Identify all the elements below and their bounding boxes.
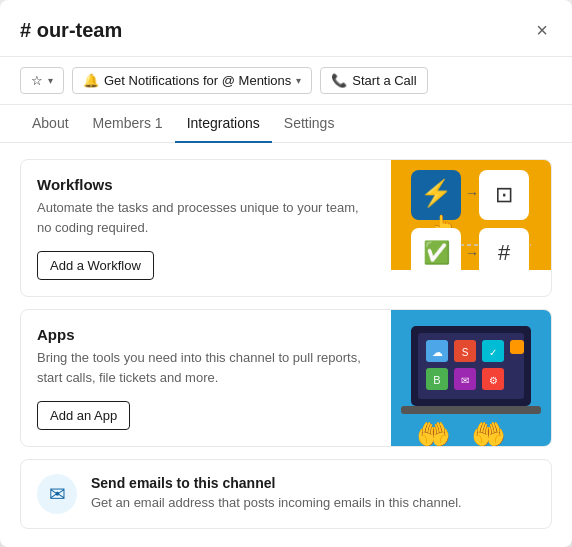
workflows-description: Automate the tasks and processes unique … [37,198,375,237]
svg-text:✓: ✓ [489,347,497,358]
apps-illustration: ☁ S ✓ B ✉ ⚙ 🤲 🤲 [391,310,551,446]
email-description: Get an email address that posts incoming… [91,494,462,512]
svg-text:B: B [433,374,440,386]
start-call-label: Start a Call [352,73,416,88]
email-text: Send emails to this channel Get an email… [91,475,462,512]
email-title: Send emails to this channel [91,475,462,491]
modal-header: # our-team × [0,0,572,57]
workflows-svg: ⚡ → ⊡ 👆 ✅ → # [401,160,541,270]
svg-text:🤲: 🤲 [416,418,451,446]
tab-members[interactable]: Members 1 [81,105,175,143]
close-button[interactable]: × [532,16,552,44]
phone-icon: 📞 [331,73,347,88]
notifications-label: Get Notifications for @ Mentions [104,73,291,88]
svg-text:✅: ✅ [423,239,451,266]
svg-text:⚙: ⚙ [489,375,498,386]
start-call-button[interactable]: 📞 Start a Call [320,67,427,94]
email-icon: ✉ [49,482,66,506]
notifications-chevron: ▾ [296,75,301,86]
email-icon-wrapper: ✉ [37,474,77,514]
apps-description: Bring the tools you need into this chann… [37,348,375,387]
star-icon: ☆ [31,73,43,88]
add-app-button[interactable]: Add an App [37,401,130,430]
svg-text:⊡: ⊡ [495,182,513,207]
apps-card-body: Apps Bring the tools you need into this … [21,310,391,446]
apps-svg: ☁ S ✓ B ✉ ⚙ 🤲 🤲 [396,316,546,446]
svg-rect-27 [401,406,541,414]
workflows-card-body: Workflows Automate the tasks and process… [21,160,391,296]
tab-integrations[interactable]: Integrations [175,105,272,143]
svg-text:☁: ☁ [432,346,443,358]
add-workflow-button[interactable]: Add a Workflow [37,251,154,280]
workflows-title: Workflows [37,176,375,193]
workflows-illustration: ⚡ → ⊡ 👆 ✅ → # [391,160,551,270]
modal-container: # our-team × ☆ ▾ 🔔 Get Notifications for… [0,0,572,547]
email-card: ✉ Send emails to this channel Get an ema… [20,459,552,529]
svg-rect-17 [510,340,524,354]
svg-text:⚡: ⚡ [420,177,453,209]
tab-settings[interactable]: Settings [272,105,347,143]
workflows-card: Workflows Automate the tasks and process… [20,159,552,297]
tabs-bar: About Members 1 Integrations Settings [0,105,572,143]
apps-card: Apps Bring the tools you need into this … [20,309,552,447]
bell-icon: 🔔 [83,73,99,88]
svg-text:✉: ✉ [461,375,469,386]
content-area: Workflows Automate the tasks and process… [0,143,572,545]
tab-about[interactable]: About [20,105,81,143]
modal-title: # our-team [20,19,122,42]
star-chevron: ▾ [48,75,53,86]
svg-text:S: S [462,347,469,358]
apps-title: Apps [37,326,375,343]
svg-text:🤲: 🤲 [471,418,506,446]
svg-text:→: → [465,245,479,261]
svg-text:→: → [465,185,479,201]
svg-text:#: # [498,240,511,265]
notifications-button[interactable]: 🔔 Get Notifications for @ Mentions ▾ [72,67,312,94]
toolbar: ☆ ▾ 🔔 Get Notifications for @ Mentions ▾… [0,57,572,105]
star-button[interactable]: ☆ ▾ [20,67,64,94]
